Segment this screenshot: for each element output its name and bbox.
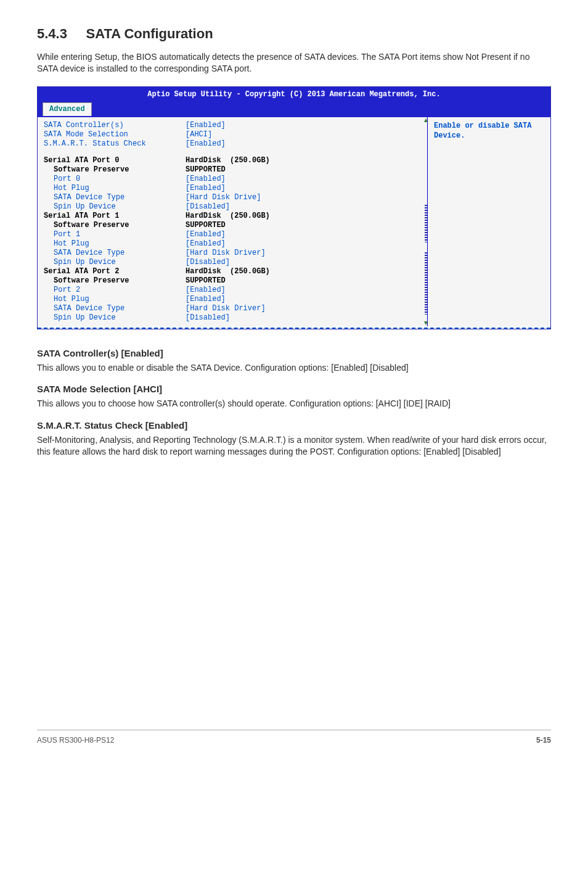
bios-item-value: HardDisk (250.0GB) — [186, 212, 423, 221]
bios-item-value[interactable]: [Enabled] — [186, 239, 423, 249]
bios-item-label: Serial ATA Port 2 — [44, 267, 186, 276]
bios-item-value[interactable]: [Disabled] — [186, 313, 423, 323]
bios-item-label[interactable]: Port 1 — [44, 230, 186, 239]
intro-text: While entering Setup, the BIOS automatic… — [37, 51, 551, 75]
bios-item-label: Software Preserve — [44, 276, 186, 286]
bios-item-label[interactable]: SATA Mode Selection — [44, 130, 186, 139]
bios-item-value: SUPPORTED — [186, 165, 423, 175]
bios-item-value[interactable]: [Enabled] — [186, 230, 423, 239]
bios-item-label[interactable]: SATA Controller(s) — [44, 121, 186, 130]
bios-tab-advanced[interactable]: Advanced — [43, 102, 92, 116]
option-heading: S.M.A.R.T. Status Check [Enabled] — [37, 419, 551, 432]
bios-divider — [38, 328, 550, 329]
bios-item-label[interactable]: SATA Device Type — [44, 193, 186, 202]
scroll-track — [425, 205, 427, 242]
option-heading: SATA Mode Selection [AHCI] — [37, 382, 551, 395]
bios-item-label[interactable]: SATA Device Type — [44, 249, 186, 258]
bios-item-label: Software Preserve — [44, 165, 186, 175]
bios-item-label[interactable]: Spin Up Device — [44, 202, 186, 212]
section-heading: 5.4.3 SATA Configuration — [37, 25, 551, 44]
footer-page-number: 5-15 — [536, 735, 551, 746]
bios-body: SATA Controller(s)[Enabled]SATA Mode Sel… — [38, 117, 550, 326]
bios-item-value[interactable]: [AHCI] — [186, 130, 423, 139]
bios-item-label[interactable]: SATA Device Type — [44, 304, 186, 313]
bios-tab-row: Advanced — [38, 102, 550, 117]
bios-item-label[interactable]: Spin Up Device — [44, 313, 186, 323]
bios-header: Aptio Setup Utility - Copyright (C) 2013… — [38, 87, 550, 102]
bios-item-value: SUPPORTED — [186, 276, 423, 286]
bios-item-label[interactable]: Port 0 — [44, 175, 186, 184]
bios-item-label[interactable]: Hot Plug — [44, 295, 186, 304]
bios-screenshot: Aptio Setup Utility - Copyright (C) 2013… — [37, 86, 551, 329]
bios-item-value[interactable]: [Enabled] — [186, 175, 423, 184]
bios-item-label[interactable]: S.M.A.R.T. Status Check — [44, 139, 186, 149]
scrollbar[interactable] — [424, 118, 428, 325]
section-title: SATA Configuration — [86, 26, 213, 41]
bios-item-label[interactable]: Spin Up Device — [44, 258, 186, 267]
bios-item-value[interactable]: [Disabled] — [186, 258, 423, 267]
bios-help-pane: Enable or disable SATA Device. — [427, 117, 550, 326]
bios-item-label: Serial ATA Port 0 — [44, 156, 186, 165]
section-number: 5.4.3 — [37, 26, 67, 41]
bios-help-text: Enable or disable SATA Device. — [434, 122, 531, 141]
bios-item-value: SUPPORTED — [186, 221, 423, 230]
bios-item-value[interactable]: [Enabled] — [186, 286, 423, 295]
bios-item-label[interactable]: Hot Plug — [44, 184, 186, 193]
bios-item-label: Serial ATA Port 1 — [44, 212, 186, 221]
option-description: This allows you to choose how SATA contr… — [37, 398, 551, 410]
scroll-up-icon[interactable] — [424, 118, 428, 122]
option-description: This allows you to enable or disable the… — [37, 362, 551, 374]
bios-item-label[interactable]: Hot Plug — [44, 239, 186, 249]
scroll-track — [425, 252, 427, 315]
bios-item-value[interactable]: [Hard Disk Driver] — [186, 249, 423, 258]
bios-item-value: HardDisk (250.0GB) — [186, 156, 423, 165]
option-description: Self-Monitoring, Analysis, and Reporting… — [37, 434, 551, 458]
scroll-down-icon[interactable] — [424, 321, 428, 325]
bios-item-value: HardDisk (250.0GB) — [186, 267, 423, 276]
bios-item-label[interactable]: Port 2 — [44, 286, 186, 295]
bios-item-value[interactable]: [Enabled] — [186, 184, 423, 193]
bios-left-pane: SATA Controller(s)[Enabled]SATA Mode Sel… — [38, 117, 427, 326]
option-heading: SATA Controller(s) [Enabled] — [37, 347, 551, 360]
bios-item-value[interactable]: [Disabled] — [186, 202, 423, 212]
footer-product: ASUS RS300-H8-PS12 — [37, 735, 114, 746]
page-footer: ASUS RS300-H8-PS12 5-15 — [37, 730, 551, 746]
bios-item-label: Software Preserve — [44, 221, 186, 230]
bios-item-value[interactable]: [Hard Disk Drive] — [186, 193, 423, 202]
bios-item-value[interactable]: [Enabled] — [186, 139, 423, 149]
bios-item-value[interactable]: [Enabled] — [186, 295, 423, 304]
bios-item-value[interactable]: [Hard Disk Driver] — [186, 304, 423, 313]
bios-item-value[interactable]: [Enabled] — [186, 121, 423, 130]
